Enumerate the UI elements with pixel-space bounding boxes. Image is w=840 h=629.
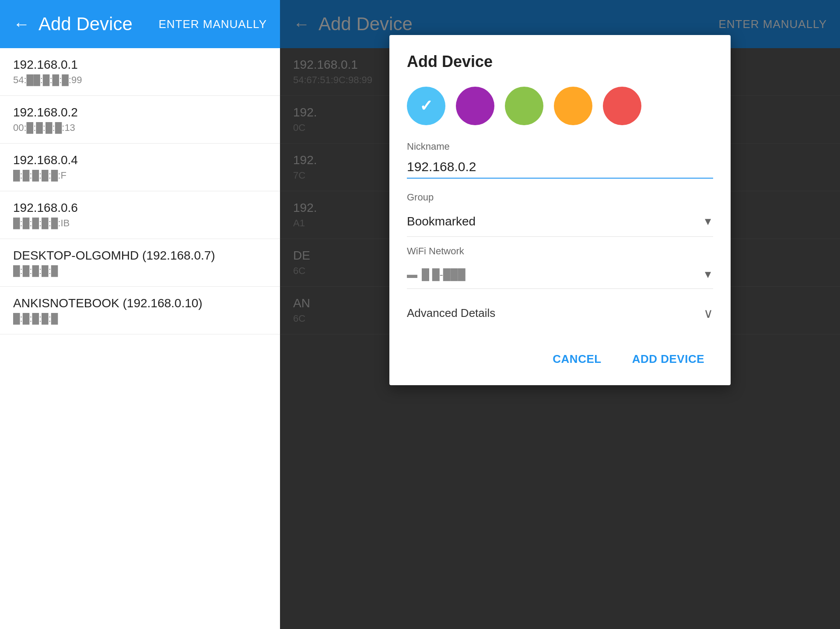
- modal-buttons: CANCEL ADD DEVICE: [407, 337, 713, 372]
- add-device-modal: Add Device Nickname Group Bookmarked ▼ W…: [389, 35, 731, 385]
- device-mac: █:█:█:█:█: [13, 313, 267, 324]
- device-mac: █:█:█:█:█:IB: [13, 218, 267, 229]
- color-circle-orange[interactable]: [554, 87, 592, 125]
- device-ip: 192.168.0.1: [13, 58, 267, 72]
- left-device-item[interactable]: 192.168.0.4 █:█:█:█:█:F: [0, 144, 280, 191]
- left-toolbar-title: Add Device: [38, 14, 158, 35]
- wifi-value: ▬ █ █-███: [407, 268, 466, 281]
- advanced-details-row[interactable]: Advanced Details ∨: [407, 298, 713, 329]
- left-device-list: 192.168.0.1 54:██:█:█:█:99 192.168.0.2 0…: [0, 48, 280, 629]
- advanced-label: Advanced Details: [407, 306, 495, 320]
- modal-title: Add Device: [407, 53, 713, 71]
- left-toolbar: ← Add Device ENTER MANUALLY: [0, 0, 280, 48]
- color-circle-blue[interactable]: [407, 87, 445, 125]
- color-circle-red[interactable]: [603, 87, 641, 125]
- device-ip: DESKTOP-OLGOMHD (192.168.0.7): [13, 249, 267, 263]
- device-mac: █:█:█:█:█: [13, 265, 267, 277]
- color-circle-green[interactable]: [505, 87, 543, 125]
- wifi-dropdown-arrow: ▼: [703, 268, 713, 281]
- device-mac: 54:██:█:█:█:99: [13, 74, 267, 86]
- left-enter-manually-button[interactable]: ENTER MANUALLY: [158, 18, 267, 31]
- advanced-chevron-icon: ∨: [704, 306, 713, 321]
- color-circle-purple[interactable]: [456, 87, 494, 125]
- group-dropdown-arrow: ▼: [703, 215, 713, 228]
- left-panel: ← Add Device ENTER MANUALLY 192.168.0.1 …: [0, 0, 280, 629]
- group-value: Bookmarked: [407, 214, 476, 228]
- add-device-button[interactable]: ADD DEVICE: [623, 346, 713, 372]
- wifi-dropdown[interactable]: ▬ █ █-███ ▼: [407, 260, 713, 289]
- device-ip: 192.168.0.6: [13, 201, 267, 215]
- left-back-button[interactable]: ←: [13, 15, 30, 34]
- group-dropdown[interactable]: Bookmarked ▼: [407, 207, 713, 237]
- device-ip: 192.168.0.2: [13, 105, 267, 119]
- modal-overlay: Add Device Nickname Group Bookmarked ▼ W…: [280, 0, 840, 629]
- nickname-input[interactable]: [407, 156, 713, 179]
- device-mac: 00:█:█:█:█:13: [13, 122, 267, 134]
- device-ip: ANKISNOTEBOOK (192.168.0.10): [13, 296, 267, 310]
- device-mac: █:█:█:█:█:F: [13, 170, 267, 181]
- group-label: Group: [407, 192, 713, 203]
- color-selector: [407, 87, 713, 125]
- nickname-label: Nickname: [407, 141, 713, 152]
- left-device-item[interactable]: 192.168.0.2 00:█:█:█:█:13: [0, 96, 280, 144]
- left-device-item[interactable]: DESKTOP-OLGOMHD (192.168.0.7) █:█:█:█:█: [0, 239, 280, 287]
- wifi-label: WiFi Network: [407, 246, 713, 257]
- device-ip: 192.168.0.4: [13, 153, 267, 167]
- wifi-icon: ▬: [407, 268, 417, 281]
- left-device-item[interactable]: ANKISNOTEBOOK (192.168.0.10) █:█:█:█:█: [0, 287, 280, 334]
- left-device-item[interactable]: 192.168.0.1 54:██:█:█:█:99: [0, 48, 280, 96]
- cancel-button[interactable]: CANCEL: [544, 346, 610, 372]
- left-device-item[interactable]: 192.168.0.6 █:█:█:█:█:IB: [0, 191, 280, 239]
- right-panel: ← Add Device ENTER MANUALLY 192.168.0.1 …: [280, 0, 840, 629]
